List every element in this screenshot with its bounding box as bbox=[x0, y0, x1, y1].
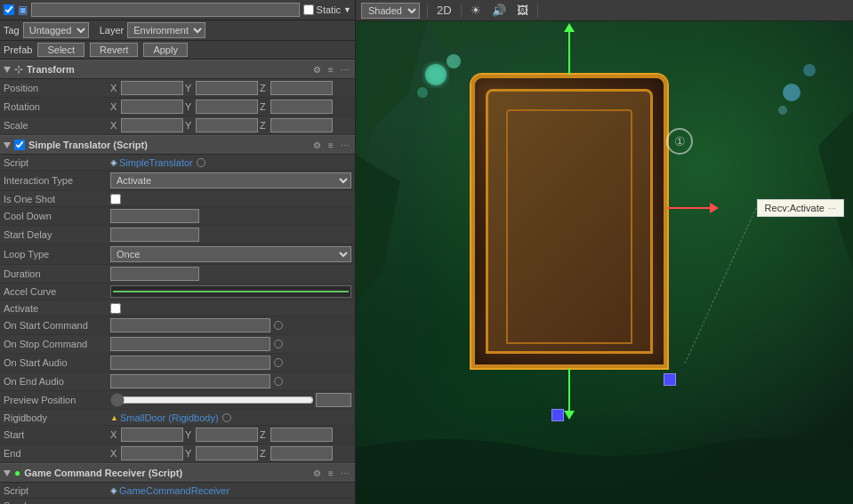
activate-row: Activate bbox=[0, 300, 355, 316]
start-y-input[interactable]: 0 bbox=[196, 428, 258, 442]
prefab-apply-button[interactable]: Apply bbox=[143, 43, 188, 57]
on-stop-command-circle[interactable] bbox=[274, 340, 283, 348]
on-start-command-circle[interactable] bbox=[274, 321, 283, 330]
gcr-settings-icon[interactable]: ⚙ bbox=[310, 467, 323, 479]
on-end-audio-circle[interactable] bbox=[274, 377, 283, 386]
loop-type-select[interactable]: Once bbox=[110, 246, 351, 262]
activate-checkbox[interactable] bbox=[110, 303, 121, 314]
position-x-input[interactable]: 103.36 bbox=[121, 81, 183, 95]
on-start-command-input[interactable]: None (Send Game Command) bbox=[110, 318, 270, 332]
gcr-script-link[interactable]: GameCommandReceiver bbox=[119, 485, 229, 496]
accel-curve-row: Accel Curve bbox=[0, 284, 355, 300]
transform-properties: Position X 103.36 Y 3.450283 Z 57.15 Rot… bbox=[0, 79, 355, 135]
preview-position-input[interactable]: 0 bbox=[316, 393, 351, 407]
script-link[interactable]: SimpleTranslator bbox=[119, 157, 193, 168]
transform-section-header[interactable]: ⊹ Transform ⚙ ≡ ⋯ bbox=[0, 60, 355, 79]
rigidbody-link[interactable]: SmallDoor (Rigidbody) bbox=[120, 412, 219, 423]
transform-menu-icon[interactable]: ⋯ bbox=[339, 63, 351, 76]
end-z-label: Z bbox=[260, 448, 269, 459]
transform-handle-blue-1[interactable] bbox=[551, 409, 564, 421]
simple-translator-section-header[interactable]: Simple Translator (Script) ⚙ ≡ ⋯ bbox=[0, 135, 355, 155]
on-end-audio-label: On End Audio bbox=[4, 376, 110, 387]
start-x-input[interactable]: 0 bbox=[121, 428, 183, 442]
end-z-input[interactable]: 0 bbox=[270, 446, 333, 460]
st-settings-icon[interactable]: ⚙ bbox=[310, 139, 323, 151]
simple-translator-active-checkbox[interactable] bbox=[14, 140, 25, 150]
transform-section-icons: ⚙ ≡ ⋯ bbox=[310, 63, 351, 76]
rotation-value: X 0 Y 0 Z 0 bbox=[110, 100, 351, 114]
tag-select[interactable]: Untagged bbox=[23, 22, 89, 38]
scale-x-input[interactable]: 1.4 bbox=[121, 118, 183, 132]
scale-y-input[interactable]: 1.4 bbox=[196, 118, 258, 132]
simple-translator-title: Simple Translator (Script) bbox=[28, 140, 148, 150]
game-command-receiver-header[interactable]: ● Game Command Receiver (Script) ⚙ ≡ ⋯ bbox=[0, 463, 355, 483]
shading-mode-select[interactable]: Shaded bbox=[361, 3, 420, 19]
pos-y-label: Y bbox=[185, 83, 194, 93]
transform-handle-down[interactable] bbox=[568, 368, 570, 412]
static-dropdown-icon[interactable]: ▼ bbox=[343, 5, 351, 14]
prefab-revert-button[interactable]: Revert bbox=[90, 43, 138, 57]
static-checkbox[interactable] bbox=[303, 4, 314, 15]
prefab-select-button[interactable]: Select bbox=[37, 43, 84, 57]
script-row: Script ◈ SimpleTranslator bbox=[0, 155, 355, 171]
object-name-input[interactable]: SmallDoor (1) bbox=[31, 3, 300, 17]
scene-viewport[interactable]: ① Recv:Activate ··· bbox=[356, 21, 853, 504]
position-row: Position X 103.36 Y 3.450283 Z 57.15 bbox=[0, 79, 355, 98]
start-delay-row: Start Delay 0 bbox=[0, 226, 355, 244]
rotation-y-input[interactable]: 0 bbox=[196, 100, 258, 114]
layer-select[interactable]: Environment bbox=[127, 22, 205, 38]
on-end-audio-value: None (Audio Source) bbox=[110, 374, 351, 388]
end-y-input[interactable]: -3.5 bbox=[196, 446, 258, 460]
interaction-type-select[interactable]: Activate bbox=[110, 172, 351, 188]
script-circle-btn[interactable] bbox=[197, 158, 205, 167]
start-delay-input[interactable]: 0 bbox=[110, 228, 199, 242]
rotation-x-input[interactable]: 0 bbox=[121, 100, 183, 114]
rotation-z-input[interactable]: 0 bbox=[270, 100, 333, 114]
one-shot-checkbox[interactable] bbox=[110, 194, 121, 204]
cool-down-label: Cool Down bbox=[4, 211, 110, 221]
static-label: Static bbox=[317, 4, 342, 15]
preview-position-row: Preview Position 0 bbox=[0, 391, 355, 410]
sun-icon-btn[interactable]: ☀ bbox=[469, 4, 483, 17]
gcr-menu-icon[interactable]: ⋯ bbox=[339, 467, 351, 479]
st-more-icon[interactable]: ≡ bbox=[325, 139, 337, 151]
preview-position-slider[interactable] bbox=[110, 393, 314, 407]
toolbar-sep-1 bbox=[427, 4, 428, 18]
scale-z-input[interactable]: 1.4 bbox=[270, 118, 333, 132]
position-z-input[interactable]: 57.15 bbox=[270, 81, 333, 95]
on-start-audio-circle[interactable] bbox=[274, 358, 283, 367]
preview-position-label: Preview Position bbox=[4, 395, 110, 405]
gcr-more-icon[interactable]: ≡ bbox=[325, 467, 337, 479]
duration-input[interactable]: 4 bbox=[110, 267, 199, 281]
accel-curve-value[interactable] bbox=[110, 285, 351, 298]
on-start-audio-input[interactable]: None (Audio Source) bbox=[110, 356, 270, 370]
move-icon: ⊹ bbox=[14, 63, 23, 76]
on-stop-command-input[interactable]: None (Send Game Command) bbox=[110, 337, 270, 351]
scale-value: X 1.4 Y 1.4 Z 1.4 bbox=[110, 118, 351, 132]
object-active-checkbox[interactable] bbox=[4, 4, 14, 15]
transform-handle-blue-2[interactable] bbox=[664, 373, 676, 386]
on-end-audio-input[interactable]: None (Audio Source) bbox=[110, 374, 270, 388]
transform-more-icon[interactable]: ≡ bbox=[325, 63, 337, 76]
transform-settings-icon[interactable]: ⚙ bbox=[310, 63, 323, 76]
interaction-type-value: Activate bbox=[110, 172, 351, 188]
gcr-title: Game Command Receiver (Script) bbox=[24, 468, 182, 478]
image-icon-btn[interactable]: 🖼 bbox=[515, 4, 530, 17]
2d-mode-button[interactable]: 2D bbox=[435, 4, 454, 17]
end-x-input[interactable]: 0 bbox=[121, 446, 183, 460]
st-menu-icon[interactable]: ⋯ bbox=[339, 139, 351, 151]
duration-label: Duration bbox=[4, 268, 110, 279]
end-label: End bbox=[4, 448, 110, 459]
start-label: Start bbox=[4, 429, 110, 440]
rigidbody-circle[interactable] bbox=[222, 413, 231, 422]
audio-icon-btn[interactable]: 🔊 bbox=[490, 4, 508, 17]
transform-handle-right[interactable] bbox=[667, 207, 712, 209]
cool-down-input[interactable]: 0 bbox=[110, 209, 199, 223]
transform-handle-up[interactable] bbox=[568, 30, 570, 75]
start-z-input[interactable]: 0 bbox=[270, 428, 333, 442]
preview-position-value: 0 bbox=[110, 393, 351, 407]
position-y-input[interactable]: 3.450283 bbox=[196, 81, 258, 95]
toolbar-sep-2 bbox=[461, 4, 462, 18]
end-xyz-row: End X 0 Y -3.5 Z 0 bbox=[0, 444, 355, 463]
accel-curve-bar[interactable] bbox=[110, 285, 351, 298]
